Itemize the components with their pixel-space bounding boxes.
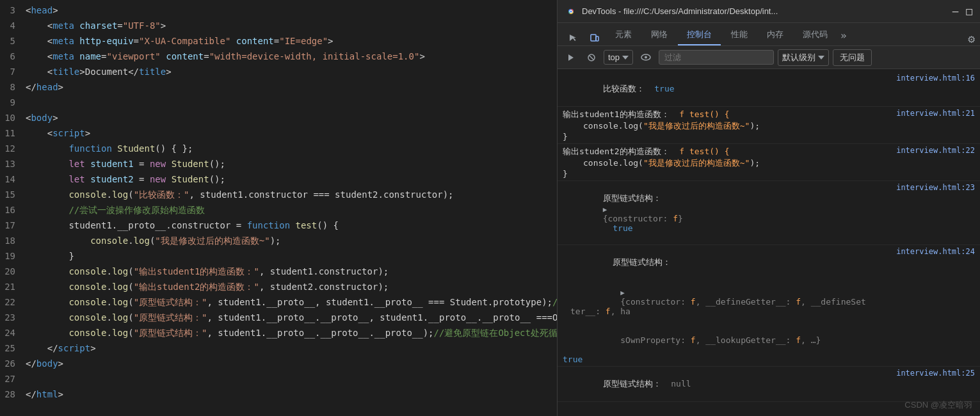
line-number: 22 bbox=[0, 294, 26, 310]
line-content: </body> bbox=[26, 356, 63, 371]
line-number: 9 bbox=[0, 95, 26, 110]
line-content: <title>Document</title> bbox=[26, 64, 172, 79]
no-issues-button[interactable]: 无问题 bbox=[833, 49, 872, 66]
tab-memory[interactable]: 内存 bbox=[758, 25, 792, 45]
eye-button[interactable] bbox=[637, 51, 655, 63]
code-lines: 3<head>4 <meta charset="UTF-8">5 <meta h… bbox=[0, 0, 557, 404]
line-number: 26 bbox=[0, 356, 26, 371]
code-line: 15 console.log("比较函数：", student1.constru… bbox=[0, 187, 557, 202]
line-number: 21 bbox=[0, 279, 26, 294]
svg-rect-4 bbox=[596, 36, 598, 41]
code-line: 22 console.log("原型链式结构：", student1.__pro… bbox=[0, 294, 557, 310]
code-editor: 3<head>4 <meta charset="UTF-8">5 <meta h… bbox=[0, 0, 557, 416]
line-number: 18 bbox=[0, 233, 26, 248]
line-content: </html> bbox=[26, 387, 63, 402]
tab-performance[interactable]: 性能 bbox=[722, 25, 757, 45]
console-entry-compare: 比较函数： true interview.html:16 bbox=[558, 72, 980, 107]
console-entry-fn1: 输出student1的构造函数： f test() { console.log(… bbox=[558, 107, 980, 144]
devtools-tabs: 元素 网络 控制台 性能 内存 源代码 » ⚙ bbox=[558, 23, 980, 46]
console-entry-fn2: 输出student2的构造函数： f test() { console.log(… bbox=[558, 144, 980, 181]
console-output[interactable]: 比较函数： true interview.html:16 输出student1的… bbox=[558, 69, 980, 416]
line-number: 8 bbox=[0, 79, 26, 95]
line-content: let student2 = new Student(); bbox=[26, 172, 225, 187]
code-line: 4 <meta charset="UTF-8"> bbox=[0, 18, 557, 33]
entry-source-compare[interactable]: interview.html:16 bbox=[872, 74, 975, 83]
minimize-button[interactable]: — bbox=[952, 5, 959, 17]
svg-marker-5 bbox=[568, 54, 574, 61]
entry-source-proto3[interactable]: interview.html:25 bbox=[872, 369, 975, 378]
svg-rect-3 bbox=[591, 35, 596, 41]
line-content: console.log("原型链式结构：", student1.__proto_… bbox=[26, 294, 557, 310]
code-line: 18 console.log("我是修改过后的构造函数~"); bbox=[0, 233, 557, 248]
line-content: console.log("输出student2的构造函数：", student2… bbox=[26, 279, 389, 294]
tab-network[interactable]: 网络 bbox=[642, 25, 677, 45]
line-content: </head> bbox=[26, 79, 63, 95]
line-content: </script> bbox=[26, 340, 96, 356]
code-line: 3<head> bbox=[0, 3, 557, 18]
tab-sources[interactable]: 源代码 bbox=[794, 25, 837, 45]
maximize-button[interactable]: □ bbox=[966, 5, 972, 17]
line-number: 24 bbox=[0, 325, 26, 340]
code-line: 11 <script> bbox=[0, 125, 557, 141]
csdn-watermark: CSDN @凌空暗羽 bbox=[904, 399, 972, 411]
entry-content-proto1: 原型链式结构： ▶ {constructor: f} true bbox=[563, 183, 867, 243]
line-content: console.log("原型链式结构：", student1.__proto_… bbox=[26, 310, 557, 325]
code-line: 16 //尝试一波操作修改原始构造函数 bbox=[0, 202, 557, 218]
run-script-button[interactable] bbox=[563, 51, 579, 65]
code-line: 26</body> bbox=[0, 356, 557, 371]
line-number: 6 bbox=[0, 49, 26, 64]
entry-content-proto3: 原型链式结构： null bbox=[563, 369, 867, 399]
code-line: 14 let student2 = new Student(); bbox=[0, 172, 557, 187]
tab-elements[interactable]: 元素 bbox=[606, 25, 641, 45]
line-number: 28 bbox=[0, 387, 26, 402]
code-line: 13 let student1 = new Student(); bbox=[0, 156, 557, 172]
expand-arrow-proto2[interactable]: ▶ bbox=[620, 289, 625, 297]
code-line: 5 <meta http-equiv="X-UA-Compatible" con… bbox=[0, 33, 557, 49]
line-content: <meta charset="UTF-8"> bbox=[26, 18, 166, 33]
entry-content-proto2: 原型链式结构： ▶ {constructor: f, __defineGette… bbox=[563, 247, 867, 364]
code-line: 9 bbox=[0, 95, 557, 110]
inspect-element-button[interactable] bbox=[563, 30, 583, 45]
line-content: let student1 = new Student(); bbox=[26, 156, 225, 172]
code-line: 8</head> bbox=[0, 79, 557, 95]
entry-source-proto1[interactable]: interview.html:23 bbox=[872, 183, 975, 192]
device-toolbar-button[interactable] bbox=[584, 30, 605, 45]
devtools-titlebar: DevTools - file:///C:/Users/Administrato… bbox=[558, 0, 980, 23]
line-content: <script> bbox=[26, 125, 90, 141]
tab-console[interactable]: 控制台 bbox=[678, 25, 721, 45]
line-content: <body> bbox=[26, 110, 58, 125]
line-number: 13 bbox=[0, 156, 26, 172]
console-toolbar: top 默认级别 无问题 bbox=[558, 46, 980, 69]
line-content: //尝试一波操作修改原始构造函数 bbox=[26, 202, 205, 218]
line-content: } bbox=[26, 248, 74, 264]
line-content: <meta http-equiv="X-UA-Compatible" conte… bbox=[26, 33, 333, 49]
settings-button[interactable]: ⚙ bbox=[968, 32, 975, 45]
line-content: console.log("原型链式结构：", student1.__proto_… bbox=[26, 325, 557, 340]
entry-source-proto2[interactable]: interview.html:24 bbox=[872, 247, 975, 256]
expand-arrow-proto1[interactable]: ▶ bbox=[603, 205, 607, 214]
line-number: 5 bbox=[0, 33, 26, 49]
line-number: 25 bbox=[0, 340, 26, 356]
console-entry-proto3: 原型链式结构： null interview.html:25 bbox=[558, 367, 980, 402]
context-selector[interactable]: top bbox=[604, 50, 633, 65]
entry-source-fn2[interactable]: interview.html:22 bbox=[872, 146, 975, 155]
entry-source-fn1[interactable]: interview.html:21 bbox=[872, 109, 975, 118]
entry-content-fn1: 输出student1的构造函数： f test() { console.log(… bbox=[563, 109, 867, 141]
svg-point-2 bbox=[570, 10, 572, 12]
line-number: 3 bbox=[0, 3, 26, 18]
code-line: 7 <title>Document</title> bbox=[0, 64, 557, 79]
code-line: 19 } bbox=[0, 248, 557, 264]
more-tabs-button[interactable]: » bbox=[838, 26, 849, 45]
log-level-selector[interactable]: 默认级别 bbox=[778, 49, 829, 66]
svg-line-7 bbox=[590, 56, 593, 60]
filter-input[interactable] bbox=[659, 50, 774, 65]
code-line: 25 </script> bbox=[0, 340, 557, 356]
line-number: 17 bbox=[0, 218, 26, 233]
code-line: 21 console.log("输出student2的构造函数：", stude… bbox=[0, 279, 557, 294]
line-content: student1.__proto__.constructor = functio… bbox=[26, 218, 339, 233]
line-number: 12 bbox=[0, 141, 26, 156]
code-line: 10<body> bbox=[0, 110, 557, 125]
clear-console-button[interactable] bbox=[583, 51, 600, 65]
titlebar-title: DevTools - file:///C:/Users/Administrato… bbox=[582, 6, 947, 16]
line-number: 11 bbox=[0, 125, 26, 141]
